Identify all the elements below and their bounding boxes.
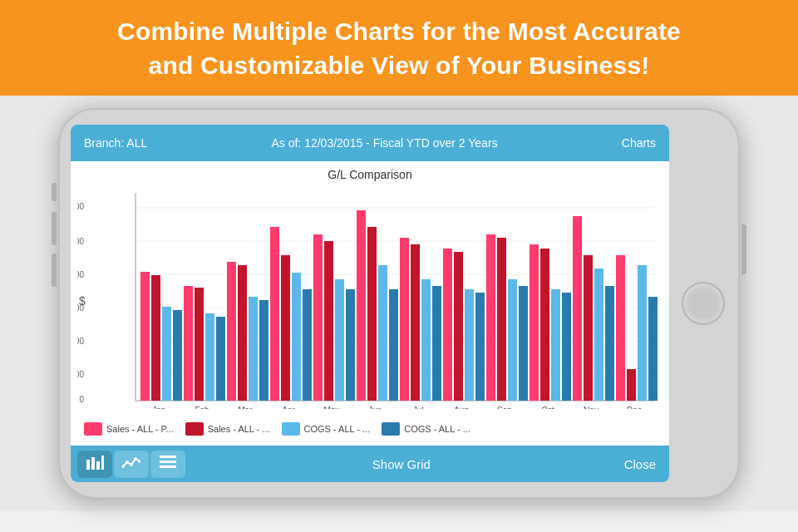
- svg-text:Apr: Apr: [282, 406, 295, 409]
- svg-rect-79: [101, 456, 104, 470]
- chart-title: G/L Comparison: [77, 168, 663, 181]
- svg-text:2,000,000: 2,000,000: [77, 337, 84, 346]
- header-title: Combine Multiple Charts for the Most Acc…: [50, 15, 748, 82]
- close-button[interactable]: Close: [611, 457, 669, 471]
- legend-label-1: Sales - ALL - P...: [106, 424, 174, 434]
- legend-item-3: COGS - ALL - ...: [282, 422, 371, 436]
- svg-rect-16: [140, 272, 150, 401]
- bars-nov: [573, 216, 614, 401]
- topbar-date: As of: 12/03/2015 - Fiscal YTD over 2 Ye…: [147, 136, 621, 150]
- svg-text:Dec: Dec: [627, 406, 642, 409]
- legend-item-2: Sales - ALL - ...: [185, 422, 270, 436]
- svg-rect-21: [195, 288, 204, 401]
- side-button-vol-down: [52, 254, 57, 287]
- svg-rect-51: [519, 286, 528, 401]
- legend-swatch-2: [185, 422, 204, 436]
- svg-text:$: $: [79, 294, 86, 308]
- bars-sep: [486, 234, 528, 401]
- svg-rect-45: [454, 252, 463, 401]
- svg-rect-63: [648, 297, 658, 401]
- svg-rect-56: [573, 216, 582, 401]
- table-icon: [159, 455, 177, 470]
- svg-rect-60: [616, 255, 625, 401]
- line-chart-button[interactable]: [114, 451, 149, 478]
- svg-rect-49: [497, 238, 506, 401]
- svg-rect-38: [378, 265, 387, 401]
- svg-rect-50: [508, 279, 517, 401]
- bars-jun: [357, 210, 398, 401]
- svg-rect-30: [292, 273, 301, 401]
- svg-rect-40: [400, 238, 409, 401]
- bar-chart-button[interactable]: [77, 451, 112, 478]
- svg-text:0: 0: [79, 395, 84, 404]
- svg-rect-18: [162, 307, 171, 401]
- svg-rect-22: [205, 313, 214, 401]
- svg-rect-39: [389, 289, 398, 401]
- svg-rect-57: [584, 255, 593, 401]
- svg-rect-46: [465, 289, 474, 401]
- table-button[interactable]: [150, 451, 185, 478]
- svg-rect-36: [357, 210, 366, 401]
- line-chart-icon: [122, 455, 140, 470]
- legend-label-4: COGS - ALL - ...: [404, 424, 470, 434]
- bars-dec: [616, 255, 658, 401]
- svg-rect-59: [605, 286, 614, 401]
- svg-rect-78: [96, 461, 100, 470]
- svg-text:Feb: Feb: [195, 406, 209, 409]
- bottom-toolbar: Show Grid Close: [71, 446, 669, 482]
- app-topbar: Branch: ALL As of: 12/03/2015 - Fiscal Y…: [71, 125, 669, 161]
- svg-rect-48: [486, 234, 495, 401]
- svg-rect-20: [184, 286, 193, 401]
- svg-rect-28: [270, 227, 279, 401]
- svg-rect-26: [249, 297, 258, 401]
- svg-rect-25: [238, 265, 247, 401]
- svg-rect-76: [86, 460, 90, 470]
- side-button-power: [741, 224, 746, 274]
- svg-rect-37: [367, 227, 377, 401]
- svg-rect-58: [594, 268, 603, 401]
- svg-rect-53: [540, 249, 549, 401]
- svg-point-81: [126, 461, 129, 464]
- topbar-charts-button[interactable]: Charts: [622, 136, 656, 150]
- svg-rect-55: [562, 293, 571, 401]
- svg-text:Jun: Jun: [368, 406, 382, 409]
- bars-apr: [270, 227, 312, 401]
- svg-rect-77: [91, 457, 95, 470]
- svg-rect-24: [227, 262, 236, 401]
- phone-frame: Branch: ALL As of: 12/03/2015 - Fiscal Y…: [58, 108, 740, 499]
- home-button[interactable]: [682, 282, 725, 325]
- bars-may: [313, 234, 355, 401]
- svg-text:Nov: Nov: [584, 406, 598, 409]
- bars-jan: [140, 272, 182, 401]
- svg-text:5,000,000: 5,000,000: [77, 237, 84, 246]
- show-grid-button[interactable]: Show Grid: [192, 457, 611, 471]
- svg-rect-35: [346, 289, 355, 401]
- legend-swatch-3: [282, 422, 300, 436]
- svg-rect-34: [335, 279, 344, 401]
- svg-rect-23: [216, 317, 225, 401]
- svg-rect-52: [530, 244, 539, 401]
- chart-svg: 6,000,000 5,000,000 4,000,000 3,000,000 …: [77, 185, 659, 409]
- bars-aug: [443, 249, 485, 401]
- chart-legend: Sales - ALL - P... Sales - ALL - ... COG…: [71, 419, 669, 439]
- chart-area: G/L Comparison 6,000,000 5,000,000 4,000…: [71, 161, 669, 419]
- svg-point-83: [134, 457, 137, 461]
- svg-rect-87: [160, 466, 176, 468]
- svg-rect-27: [259, 300, 268, 401]
- svg-rect-29: [281, 255, 290, 401]
- svg-rect-86: [160, 461, 176, 463]
- svg-text:4,000,000: 4,000,000: [77, 270, 84, 279]
- svg-text:Sep: Sep: [497, 406, 512, 409]
- legend-item-1: Sales - ALL - P...: [84, 422, 174, 436]
- legend-swatch-4: [382, 422, 400, 436]
- svg-rect-33: [324, 241, 333, 401]
- svg-text:May: May: [324, 406, 340, 409]
- svg-text:1,000,000: 1,000,000: [77, 370, 84, 379]
- svg-rect-85: [160, 456, 176, 458]
- svg-rect-61: [627, 369, 636, 401]
- svg-text:6,000,000: 6,000,000: [77, 202, 84, 211]
- svg-rect-31: [303, 289, 312, 401]
- legend-label-3: COGS - ALL - ...: [304, 424, 371, 434]
- phone-area: Branch: ALL As of: 12/03/2015 - Fiscal Y…: [0, 96, 798, 511]
- svg-rect-43: [432, 286, 441, 401]
